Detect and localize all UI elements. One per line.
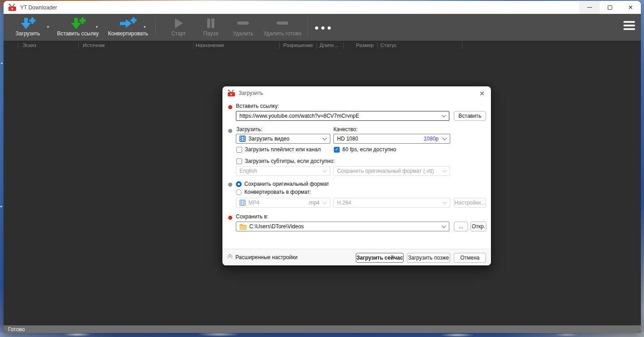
subtitles-checkbox-label: Загрузить субтитры, если доступно: <box>245 158 335 164</box>
subtitles-language-combobox: English <box>236 166 330 176</box>
playlist-checkbox[interactable] <box>236 147 242 153</box>
chevron-down-icon[interactable] <box>323 136 327 140</box>
url-value[interactable]: https://www.youtube.com/watch?v=8CV7mCrv… <box>239 113 359 119</box>
main-menu-button[interactable] <box>623 21 635 30</box>
quality-badge: 1080p <box>424 136 439 142</box>
toolbar-paste-link-button[interactable]: Вставить ссылку <box>56 16 99 38</box>
toolbar-download-button[interactable]: Загрузить <box>10 16 46 38</box>
download-dropdown-chevron[interactable]: ▾ <box>47 25 49 29</box>
cancel-label: Отмена <box>460 255 479 261</box>
browse-button[interactable]: ... <box>454 222 468 231</box>
column-separator[interactable] <box>462 43 462 49</box>
app-logo-icon <box>8 4 17 11</box>
convert-format-radio[interactable] <box>236 189 242 195</box>
window-controls: ✕ <box>579 1 641 14</box>
wallpaper-right-strip <box>640 0 644 337</box>
subtitles-format-value: Сохранить оригинальный формат (.vtt) <box>337 168 434 174</box>
dialog-close-button[interactable]: ✕ <box>478 89 486 98</box>
paste-button[interactable]: Вставить <box>454 111 486 121</box>
column-header-size[interactable]: Размер <box>348 43 374 48</box>
close-button[interactable]: ✕ <box>620 1 641 14</box>
column-separator[interactable] <box>193 43 194 49</box>
wallpaper-bottom-strip <box>0 333 644 337</box>
chevron-down-icon[interactable] <box>442 223 446 228</box>
cancel-button[interactable]: Отмена <box>454 253 486 263</box>
download-dialog: Загрузить ✕ Вставить ссылку: https://www… <box>222 86 491 265</box>
download-now-label: Загрузить сейчас <box>357 255 403 261</box>
optional-bullet-icon <box>228 183 232 187</box>
save-path-value[interactable]: C:\Users\DTore\Videos <box>249 223 304 230</box>
minimize-icon <box>587 7 592 8</box>
required-bullet-icon <box>228 105 232 109</box>
download-later-button[interactable]: Загрузить позже <box>407 253 450 263</box>
title-bar: YT Downloader ✕ <box>4 1 641 14</box>
column-separator[interactable] <box>377 43 378 49</box>
more-dot-icon <box>315 26 318 30</box>
toolbar-remove-completed-button[interactable]: Удалить готово <box>259 16 306 38</box>
fps-checkbox-row[interactable]: ✓ 60 fps, если доступно <box>334 146 396 153</box>
remove-icon <box>236 17 250 29</box>
column-separator[interactable] <box>78 43 79 49</box>
convert-format-radio-label: Конвертировать в формат: <box>244 189 311 195</box>
minimize-button[interactable] <box>579 1 600 14</box>
browse-button-label: ... <box>459 223 463 230</box>
column-header-resolution[interactable]: Разрешение <box>283 43 313 48</box>
column-header-status[interactable]: Статус <box>380 43 397 48</box>
quality-value: HD 1080 <box>337 136 358 142</box>
output-format-value: MP4 <box>248 200 260 206</box>
convert-dropdown-chevron[interactable]: ▾ <box>144 25 146 29</box>
toolbar-pause-button[interactable]: Пауза <box>195 16 227 38</box>
chevron-down-icon <box>443 200 447 204</box>
keep-format-radio[interactable] <box>236 181 242 187</box>
keep-format-radio-row[interactable]: Сохранить оригинальный формат <box>236 181 329 187</box>
save-path-combobox[interactable]: C:\Users\DTore\Videos <box>236 222 449 231</box>
advanced-settings-toggle[interactable]: Расширенные настройки <box>228 254 298 260</box>
double-chevron-up-icon <box>228 255 232 260</box>
more-actions-button[interactable] <box>315 26 331 30</box>
toolbar-start-button[interactable]: Старт <box>162 16 195 38</box>
convert-format-radio-row[interactable]: Конвертировать в формат: <box>236 189 311 195</box>
column-header-destination[interactable]: Назначение <box>196 43 224 48</box>
column-header-thumbnail[interactable]: Эскиз <box>22 43 36 48</box>
column-separator[interactable] <box>18 43 18 49</box>
dialog-footer: Расширенные настройки Загрузить сейчас З… <box>222 249 491 265</box>
chevron-down-icon <box>323 168 327 172</box>
playlist-checkbox-row[interactable]: Загрузить плейлист или канал <box>236 146 321 153</box>
chevron-down-icon[interactable] <box>442 113 446 117</box>
download-plus-icon <box>20 17 36 30</box>
remove-completed-icon <box>276 17 289 29</box>
open-folder-button-label: Откр. <box>472 223 485 230</box>
column-separator[interactable] <box>343 43 344 49</box>
toolbar-button-label: Пауза <box>203 30 218 37</box>
column-header-duration[interactable]: Длите... <box>320 43 338 48</box>
toolbar-remove-button[interactable]: Удалить <box>227 16 259 38</box>
url-combobox[interactable]: https://www.youtube.com/watch?v=8CV7mCrv… <box>236 111 449 121</box>
maximize-icon <box>608 5 612 10</box>
hamburger-icon <box>623 21 635 23</box>
subtitles-checkbox-row[interactable]: Загрузить субтитры, если доступно: <box>236 158 335 164</box>
settings-button: Настройки... <box>454 198 486 208</box>
paste-link-dropdown-chevron[interactable]: ▾ <box>96 25 98 29</box>
toolbar: Загрузить ▾ Вставить ссылку ▾ Конвертиро <box>4 14 641 41</box>
open-folder-button[interactable]: Откр. <box>470 222 486 231</box>
play-icon <box>173 17 184 29</box>
desktop: YT Downloader ✕ Загрузить ▾ <box>0 0 644 337</box>
quality-combobox[interactable]: HD 1080 1080p <box>333 134 450 144</box>
toolbar-button-label: Удалить <box>233 30 253 37</box>
column-separator[interactable] <box>279 43 280 49</box>
chevron-down-icon[interactable] <box>443 136 447 140</box>
toolbar-button-label: Старт <box>171 30 186 37</box>
film-strip-icon <box>239 136 246 142</box>
download-list-header: Эскиз Источник Назначение Разрешение Дли… <box>4 41 641 51</box>
column-header-source[interactable]: Источник <box>83 43 105 48</box>
subtitles-checkbox[interactable] <box>236 158 242 164</box>
download-label: Загрузить: <box>236 126 262 132</box>
toolbar-convert-button[interactable]: Конвертировать <box>107 16 149 38</box>
column-separator[interactable] <box>316 43 317 49</box>
download-type-combobox[interactable]: Загрузить видео <box>236 134 330 144</box>
fps-checkbox[interactable]: ✓ <box>334 147 340 153</box>
folder-icon <box>239 224 247 230</box>
download-later-label: Загрузить позже <box>408 255 449 261</box>
maximize-button[interactable] <box>600 1 620 14</box>
download-now-button[interactable]: Загрузить сейчас <box>356 253 404 263</box>
